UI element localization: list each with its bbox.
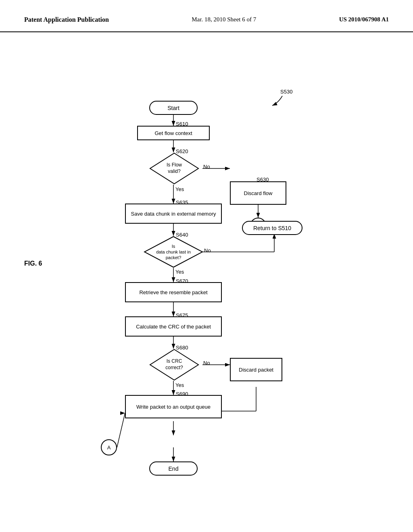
s690-process: Write packet to an output queue — [125, 395, 222, 418]
s685-process: Discard packet — [230, 358, 282, 381]
s640-decision: Isdata chunk last inpacket? — [144, 236, 203, 268]
page-header: Patent Application Publication Mar. 18, … — [0, 0, 413, 32]
s620-no-label: No — [203, 164, 210, 170]
s675-process: Calculate the CRC of the packet — [125, 316, 222, 337]
s635-process: Save data chunk in external memory — [125, 204, 222, 224]
header-right: US 2010/067908 A1 — [339, 16, 389, 23]
fig-label: FIG. 6 — [24, 260, 42, 267]
s610-process: Get flow context — [137, 126, 210, 140]
s680-no-label: No — [203, 360, 210, 366]
s530-label: S530 — [280, 89, 292, 95]
start-terminal: Start — [149, 101, 198, 115]
s680-yes-label: Yes — [175, 382, 184, 388]
s670-process: Retrieve the resemble packet — [125, 282, 222, 302]
s640-yes-label: Yes — [175, 269, 184, 275]
s620-decision: Is Flowvalid? — [149, 152, 199, 185]
s640-no-label: No — [204, 247, 211, 254]
diagram-container: S530 Start S610 Get flow context S620 Is… — [0, 36, 413, 528]
end-terminal: End — [149, 461, 198, 476]
s630-process: Discard flow — [230, 181, 286, 205]
return-s510-terminal: Return to S510 — [242, 221, 302, 235]
s680-decision: Is CRCcorrect? — [149, 349, 199, 381]
header-center: Mar. 18, 2010 Sheet 6 of 7 — [192, 16, 256, 23]
connector-a-bottom: A — [101, 439, 117, 455]
s620-yes-label: Yes — [175, 186, 184, 192]
header-left: Patent Application Publication — [24, 16, 109, 23]
svg-line-24 — [117, 413, 125, 447]
